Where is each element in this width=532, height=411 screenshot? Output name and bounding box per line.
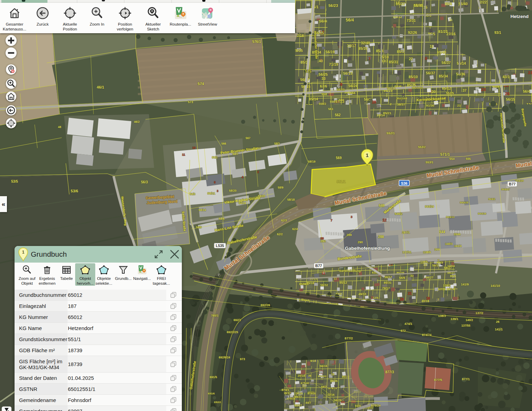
svg-text:91/30: 91/30 [426, 103, 434, 107]
svg-text:72/5: 72/5 [372, 296, 379, 300]
svg-text:7: 7 [437, 298, 439, 301]
svg-text:56/24: 56/24 [348, 84, 357, 88]
svg-text:58/9: 58/9 [278, 186, 284, 189]
svg-text:288: 288 [378, 235, 384, 239]
svg-text:56/2: 56/2 [321, 385, 327, 389]
svg-text:56/25: 56/25 [319, 72, 328, 76]
svg-text:560: 560 [339, 98, 344, 102]
svg-text:89/24: 89/24 [447, 287, 455, 291]
svg-text:543/16: 543/16 [478, 212, 487, 215]
svg-text:93/1: 93/1 [494, 31, 501, 35]
svg-text:874/1: 874/1 [282, 388, 290, 392]
svg-text:1544: 1544 [454, 232, 461, 236]
svg-text:559/2: 559/2 [319, 102, 326, 106]
svg-text:56/37: 56/37 [426, 71, 435, 75]
svg-text:48: 48 [58, 125, 61, 129]
svg-text:5: 5 [214, 181, 216, 184]
svg-text:140/4: 140/4 [447, 264, 455, 268]
svg-text:85/6: 85/6 [445, 2, 452, 6]
svg-text:552/5: 552/5 [446, 91, 454, 95]
svg-text:138/3: 138/3 [438, 314, 446, 318]
svg-text:38/37: 38/37 [397, 102, 405, 106]
svg-text:7: 7 [369, 57, 371, 61]
svg-text:56/17: 56/17 [432, 264, 440, 267]
svg-text:875/40: 875/40 [301, 382, 309, 385]
svg-text:875/30: 875/30 [308, 392, 316, 395]
svg-text:543/2: 543/2 [488, 198, 496, 201]
svg-text:3: 3 [351, 215, 352, 219]
svg-text:24/24: 24/24 [295, 392, 303, 395]
svg-text:692/6/24: 692/6/24 [219, 356, 230, 359]
svg-text:56/16: 56/16 [320, 364, 327, 368]
svg-text:30: 30 [432, 90, 436, 94]
svg-text:56/36: 56/36 [456, 72, 465, 76]
svg-text:53/6: 53/6 [71, 189, 78, 193]
svg-text:553/1: 553/1 [426, 161, 434, 164]
svg-text:92/26: 92/26 [408, 30, 417, 35]
svg-text:544: 544 [440, 230, 445, 234]
svg-text:56/15: 56/15 [506, 97, 515, 101]
svg-text:81/23: 81/23 [438, 29, 447, 34]
svg-text:62/2: 62/2 [277, 232, 283, 236]
svg-text:56/27: 56/27 [426, 276, 434, 279]
svg-text:13: 13 [395, 1, 399, 5]
svg-text:140/3: 140/3 [445, 242, 453, 246]
svg-text:287/1: 287/1 [402, 231, 410, 234]
svg-text:12: 12 [382, 218, 387, 222]
svg-text:Gabelhofensiedlung: Gabelhofensiedlung [345, 246, 390, 251]
svg-text:49/33: 49/33 [358, 292, 366, 296]
svg-text:26: 26 [320, 237, 324, 240]
svg-text:562: 562 [335, 113, 341, 117]
svg-text:L535: L535 [216, 244, 224, 248]
svg-text:877/5: 877/5 [434, 378, 442, 382]
svg-text:85/31: 85/31 [384, 281, 392, 284]
svg-text:15: 15 [429, 44, 434, 48]
svg-text:40: 40 [319, 59, 323, 63]
svg-text:62/3: 62/3 [281, 219, 287, 222]
svg-text:79/17: 79/17 [382, 286, 390, 290]
svg-text:43/1: 43/1 [503, 75, 510, 79]
svg-text:65/40: 65/40 [437, 50, 446, 54]
svg-text:556: 556 [350, 91, 355, 95]
svg-text:56/4: 56/4 [523, 89, 530, 93]
svg-text:139/2: 139/2 [443, 284, 451, 287]
svg-text:559/1: 559/1 [330, 100, 337, 103]
svg-text:58/18: 58/18 [287, 198, 295, 201]
svg-text:973: 973 [240, 357, 245, 361]
svg-text:85/10: 85/10 [358, 46, 367, 51]
svg-text:33: 33 [410, 274, 414, 277]
svg-text:7: 7 [330, 219, 332, 222]
svg-text:691/5: 691/5 [210, 375, 217, 379]
svg-text:7: 7 [438, 259, 440, 262]
svg-text:56/25: 56/25 [334, 399, 342, 402]
svg-text:675/24: 675/24 [371, 404, 381, 407]
svg-text:27/16: 27/16 [446, 32, 455, 36]
svg-text:875/16: 875/16 [287, 397, 295, 400]
svg-text:56/13: 56/13 [343, 71, 352, 75]
svg-text:Hetzend: Hetzend [511, 14, 529, 19]
svg-text:85/31: 85/31 [389, 60, 398, 64]
svg-text:874/74: 874/74 [422, 333, 432, 337]
svg-text:972: 972 [400, 329, 406, 332]
svg-text:44/7: 44/7 [305, 401, 311, 404]
svg-text:10: 10 [192, 146, 196, 149]
svg-text:85/1: 85/1 [397, 49, 404, 54]
svg-text:571/1: 571/1 [440, 152, 450, 156]
svg-text:543/27: 543/27 [502, 188, 510, 191]
svg-text:575: 575 [305, 69, 311, 73]
svg-text:11: 11 [182, 153, 185, 156]
svg-text:46/2: 46/2 [134, 120, 140, 124]
svg-text:85/8: 85/8 [376, 49, 383, 53]
svg-text:289: 289 [346, 233, 352, 237]
svg-text:555: 555 [466, 157, 471, 161]
svg-text:691/6: 691/6 [208, 392, 215, 395]
svg-text:269: 269 [434, 248, 440, 251]
svg-text:71/19: 71/19 [329, 62, 338, 66]
svg-text:137/55: 137/55 [461, 324, 470, 327]
svg-text:56/40: 56/40 [414, 3, 423, 8]
svg-text:73/31: 73/31 [407, 18, 416, 22]
svg-text:1: 1 [366, 152, 369, 158]
svg-text:21: 21 [457, 103, 461, 107]
svg-text:692/2: 692/2 [214, 401, 221, 404]
svg-text:58/3: 58/3 [190, 192, 196, 196]
